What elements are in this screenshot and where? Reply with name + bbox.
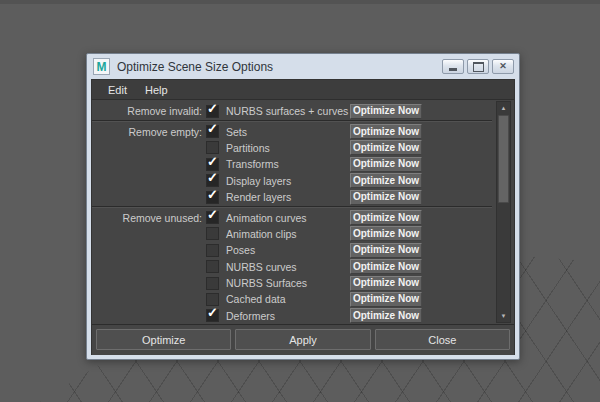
option-label: Animation curves [219, 212, 350, 224]
optimize-now-button[interactable]: Optimize Now [350, 292, 422, 307]
minimize-button[interactable] [442, 59, 464, 74]
checkbox-checked[interactable]: ✓ [206, 191, 219, 204]
checkbox-checked[interactable]: ✓ [206, 125, 219, 138]
optimize-now-button[interactable]: Optimize Now [350, 173, 422, 188]
checkmark-icon: ✓ [207, 155, 218, 168]
optimize-now-button[interactable]: Optimize Now [350, 190, 422, 205]
option-row: ✓DeformersOptimize Now [92, 308, 492, 324]
optimize-now-button[interactable]: Optimize Now [350, 276, 422, 291]
section-label: Remove empty: [92, 126, 202, 138]
option-row: ✓Render layersOptimize Now [92, 189, 492, 205]
checkbox-unchecked[interactable] [206, 260, 219, 273]
option-row: Remove empty:✓SetsOptimize Now [92, 123, 492, 139]
close-button[interactable]: ✕ [492, 59, 514, 74]
window-title: Optimize Scene Size Options [117, 60, 442, 74]
optimize-now-button[interactable]: Optimize Now [350, 157, 422, 172]
checkbox-checked[interactable]: ✓ [206, 158, 219, 171]
section-separator [92, 206, 492, 208]
section-label: Remove unused: [92, 212, 202, 224]
option-label: Partitions [219, 142, 350, 154]
maximize-icon [473, 62, 484, 72]
vertical-scrollbar[interactable]: ▲ ▼ [496, 101, 511, 323]
menu-bar: EditHelp [92, 80, 514, 100]
window-controls: ✕ [442, 59, 514, 74]
checkbox-unchecked[interactable] [206, 141, 219, 154]
option-label: Poses [219, 244, 350, 256]
checkbox-unchecked[interactable] [206, 293, 219, 306]
checkmark-icon: ✓ [207, 171, 218, 184]
maximize-button[interactable] [467, 59, 489, 74]
scroll-up-icon[interactable]: ▲ [497, 102, 510, 114]
option-row: Remove unused:✓Animation curvesOptimize … [92, 209, 492, 225]
option-label: NURBS surfaces + curves [219, 105, 350, 117]
checkbox-checked[interactable]: ✓ [206, 211, 219, 224]
option-label: NURBS Surfaces [219, 277, 350, 289]
option-label: Cached data [219, 293, 350, 305]
optimize-now-button[interactable]: Optimize Now [350, 308, 422, 323]
option-label: Display layers [219, 175, 350, 187]
checkbox-unchecked[interactable] [206, 244, 219, 257]
dialog-body: EditHelp Remove invalid:✓NURBS surfaces … [91, 79, 515, 355]
option-label: Sets [219, 126, 350, 138]
maya-logo-icon: M [93, 58, 110, 75]
section-label: Remove invalid: [92, 105, 202, 117]
option-label: Transforms [219, 158, 350, 170]
option-row: PartitionsOptimize Now [92, 140, 492, 156]
scroll-down-icon[interactable]: ▼ [497, 310, 510, 322]
checkmark-icon: ✓ [207, 208, 218, 221]
option-label: Render layers [219, 191, 350, 203]
optimize-now-button[interactable]: Optimize Now [350, 226, 422, 241]
option-label: NURBS curves [219, 261, 350, 273]
checkbox-checked[interactable]: ✓ [206, 309, 219, 322]
option-row: ✓TransformsOptimize Now [92, 156, 492, 172]
optimize-now-button[interactable]: Optimize Now [350, 140, 422, 155]
checkmark-icon: ✓ [207, 306, 218, 319]
optimize-now-button[interactable]: Optimize Now [350, 210, 422, 225]
checkbox-unchecked[interactable] [206, 227, 219, 240]
menu-item-help[interactable]: Help [138, 83, 175, 97]
checkmark-icon: ✓ [207, 188, 218, 201]
optimize-button[interactable]: Optimize [96, 329, 231, 350]
option-label: Deformers [219, 310, 350, 322]
options-content: Remove invalid:✓NURBS surfaces + curvesO… [92, 100, 514, 324]
checkbox-unchecked[interactable] [206, 277, 219, 290]
options-rows: Remove invalid:✓NURBS surfaces + curvesO… [92, 103, 492, 324]
section-separator [92, 120, 492, 122]
checkmark-icon: ✓ [207, 102, 218, 115]
option-row: Remove invalid:✓NURBS surfaces + curvesO… [92, 103, 492, 119]
optimize-now-button[interactable]: Optimize Now [350, 124, 422, 139]
scrollbar-thumb[interactable] [498, 115, 509, 203]
option-row: NURBS curvesOptimize Now [92, 259, 492, 275]
close-button[interactable]: Close [375, 329, 510, 350]
option-row: NURBS SurfacesOptimize Now [92, 275, 492, 291]
checkmark-icon: ✓ [207, 122, 218, 135]
minimize-icon [449, 68, 457, 71]
optimize-now-button[interactable]: Optimize Now [350, 104, 422, 119]
window-titlebar[interactable]: M Optimize Scene Size Options ✕ [91, 54, 515, 79]
checkbox-checked[interactable]: ✓ [206, 105, 219, 118]
viewport-top-edge [0, 0, 600, 4]
optimize-scene-size-options-window: M Optimize Scene Size Options ✕ EditHelp… [86, 53, 520, 360]
menu-item-edit[interactable]: Edit [101, 83, 134, 97]
optimize-now-button[interactable]: Optimize Now [350, 259, 422, 274]
option-row: Cached dataOptimize Now [92, 291, 492, 307]
checkbox-checked[interactable]: ✓ [206, 174, 219, 187]
option-label: Animation clips [219, 228, 350, 240]
apply-button[interactable]: Apply [235, 329, 370, 350]
option-row: ✓Display layersOptimize Now [92, 173, 492, 189]
optimize-now-button[interactable]: Optimize Now [350, 243, 422, 258]
footer-button-bar: OptimizeApplyClose [92, 324, 514, 355]
option-row: Animation clipsOptimize Now [92, 226, 492, 242]
option-row: PosesOptimize Now [92, 242, 492, 258]
close-icon: ✕ [499, 62, 507, 71]
